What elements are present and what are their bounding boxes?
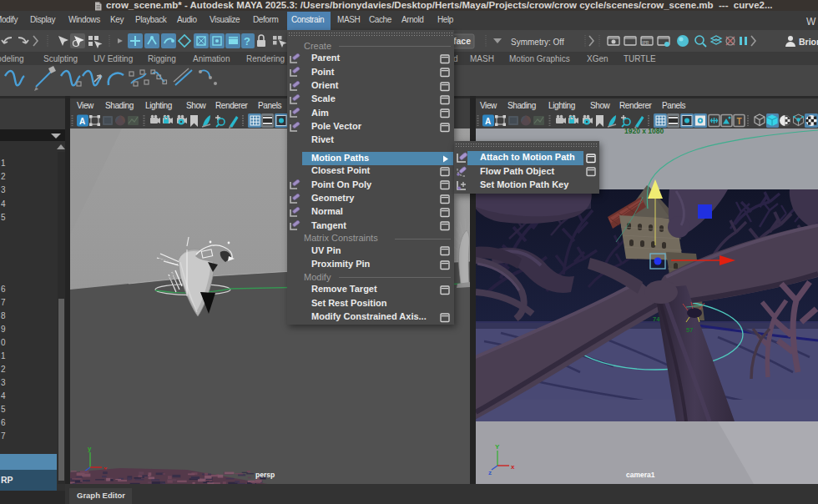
svg-text:A: A [485, 117, 491, 126]
svg-text:T: T [737, 117, 742, 126]
svg-text:x: x [511, 463, 515, 471]
svg-text:y: y [88, 445, 92, 452]
svg-text:74: 74 [653, 315, 660, 323]
svg-text:z: z [488, 469, 492, 476]
svg-text:IPR: IPR [642, 40, 649, 45]
svg-text:?: ? [244, 35, 250, 48]
svg-text:57: 57 [686, 326, 693, 334]
svg-text:Y: Y [495, 443, 500, 451]
svg-text:A: A [79, 117, 85, 126]
